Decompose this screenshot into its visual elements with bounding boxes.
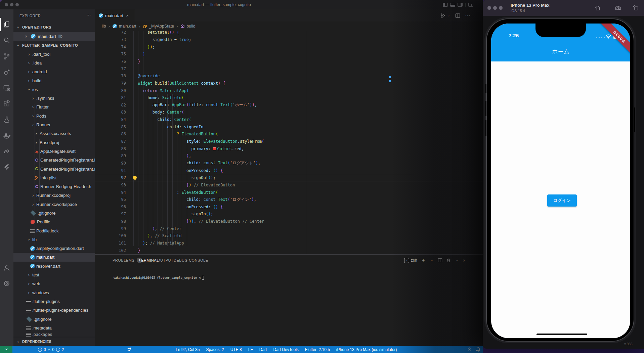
tree-item-Assetsxcassets[interactable]: ›Assets.xcassets bbox=[13, 129, 95, 138]
new-terminal-icon[interactable]: ＋ bbox=[421, 257, 426, 263]
activity-run-debug-icon[interactable] bbox=[0, 65, 13, 79]
toggle-sidebar-icon[interactable] bbox=[443, 3, 448, 7]
status-iphone-13-pro-max-ios-si[interactable]: iPhone 13 Pro Max (ios simulator) bbox=[336, 347, 397, 352]
dependencies-section[interactable]: › DEPENDENCIES bbox=[13, 337, 95, 346]
workspace-section[interactable]: › FLUTTER_SAMPLE_COGNITO bbox=[13, 41, 95, 50]
tree-item-android[interactable]: ›android bbox=[13, 68, 95, 76]
tree-item-packages[interactable]: .packages bbox=[13, 333, 95, 337]
tree-item-flutter-plugins-dependencies[interactable]: .flutter-plugins-dependencies bbox=[13, 306, 95, 315]
activity-account-icon[interactable] bbox=[0, 261, 13, 275]
lightbulb-icon[interactable] bbox=[133, 176, 137, 179]
feedback-icon[interactable] bbox=[467, 347, 472, 352]
tree-item-build[interactable]: ›build bbox=[13, 76, 95, 85]
panel-tab-terminal[interactable]: TERMINAL bbox=[139, 255, 159, 266]
activity-live-share-icon[interactable] bbox=[0, 145, 13, 158]
traffic-minimize-button[interactable] bbox=[10, 3, 13, 6]
problems-summary[interactable]: × 0 △ 0 i 2 bbox=[38, 346, 64, 353]
activity-remote-explorer-icon[interactable] bbox=[0, 81, 13, 95]
chevron-down-icon[interactable]: › bbox=[430, 259, 434, 263]
tree-item-Pods[interactable]: ›Pods bbox=[13, 112, 95, 120]
tab-main-dart[interactable]: main.dart × bbox=[95, 9, 135, 21]
tree-item-ios[interactable]: ›ios bbox=[13, 85, 95, 94]
traffic-close-button[interactable] bbox=[5, 3, 8, 6]
tree-item-test[interactable]: ›test bbox=[13, 270, 95, 279]
activity-explorer-icon[interactable] bbox=[0, 18, 13, 31]
tree-item-Podfilelock[interactable]: Podfile.lock bbox=[13, 226, 95, 235]
tree-item-idea[interactable]: ›.idea bbox=[13, 58, 95, 67]
split-editor-icon[interactable] bbox=[455, 13, 460, 18]
status-dart[interactable]: Dart bbox=[259, 347, 267, 352]
open-editor-main-dart[interactable]: × main.dart lib bbox=[13, 32, 95, 41]
panel-tab-debug-console[interactable]: DEBUG CONSOLE bbox=[174, 255, 208, 266]
activity-flutter-icon[interactable] bbox=[0, 161, 13, 174]
terminal[interactable]: takahashi.yudai@HL00405 flutter_sample_c… bbox=[113, 276, 204, 280]
breadcrumb-item-_MyAppState[interactable]: _MyAppState bbox=[143, 24, 174, 29]
tree-item-Flutter[interactable]: ›Flutter bbox=[13, 103, 95, 112]
tree-item-flutter-plugins[interactable]: .flutter-plugins bbox=[13, 297, 95, 306]
status-flutter-2-10-5[interactable]: Flutter: 2.10.5 bbox=[305, 347, 330, 352]
status-dart-devtools[interactable]: Dart DevTools bbox=[273, 347, 298, 352]
close-icon[interactable]: × bbox=[25, 34, 28, 39]
status-utf-8[interactable]: UTF-8 bbox=[230, 347, 242, 352]
open-editors-section[interactable]: › OPEN EDITORS bbox=[13, 22, 95, 32]
customize-layout-icon[interactable] bbox=[468, 3, 473, 7]
activity-extensions-icon[interactable] bbox=[0, 97, 13, 111]
tree-item-lib[interactable]: ›lib bbox=[13, 235, 95, 244]
activity-settings-icon[interactable] bbox=[0, 277, 13, 290]
screenshot-camera-icon[interactable] bbox=[614, 4, 621, 11]
tree-item-Runner-Bridging-Headerh[interactable]: CRunner-Bridging-Header.h bbox=[13, 182, 95, 191]
panel-tab-problems[interactable]: PROBLEMS2 bbox=[113, 255, 142, 266]
traffic-zoom-button[interactable] bbox=[15, 3, 19, 6]
traffic-zoom-button[interactable] bbox=[499, 6, 503, 10]
traffic-minimize-button[interactable] bbox=[493, 6, 497, 10]
rotate-icon[interactable] bbox=[632, 4, 639, 11]
toggle-panel-icon[interactable] bbox=[450, 3, 455, 7]
home-indicator[interactable] bbox=[536, 334, 587, 335]
split-terminal-icon[interactable] bbox=[438, 258, 442, 263]
tree-item-web[interactable]: ›web bbox=[13, 279, 95, 288]
tree-item-resolverdart[interactable]: resolver.dart bbox=[13, 262, 95, 270]
tree-item-amplifyconfigurationdart[interactable]: amplifyconfiguration.dart bbox=[13, 244, 95, 253]
close-panel-icon[interactable]: × bbox=[463, 258, 466, 263]
flutter-debug-icon[interactable] bbox=[127, 347, 132, 352]
breadcrumb-item-build[interactable]: build bbox=[180, 24, 195, 29]
tree-item-Runnerxcworkspace[interactable]: ›Runner.xcworkspace bbox=[13, 200, 95, 209]
tree-item-Infoplist[interactable]: Info.plist bbox=[13, 173, 95, 182]
code-editor[interactable]: 72 setState(() {73 signedIn = true;74 })… bbox=[95, 29, 483, 254]
kill-terminal-icon[interactable] bbox=[446, 258, 451, 263]
tree-item-GeneratedPluginRegistranth[interactable]: CGeneratedPluginRegistrant.h bbox=[13, 156, 95, 165]
tree-item-AppDelegateswift[interactable]: AppDelegate.swift bbox=[13, 147, 95, 156]
run-debug-icon[interactable]: › bbox=[440, 13, 450, 18]
home-icon[interactable] bbox=[594, 4, 601, 11]
tree-item-metadata[interactable]: .metadata bbox=[13, 323, 95, 332]
panel-tab-output[interactable]: OUTPUT bbox=[157, 255, 173, 266]
more-actions-icon[interactable]: ⋯ bbox=[465, 12, 471, 19]
tree-item-Baselproj[interactable]: ›Base.lproj bbox=[13, 138, 95, 147]
tree-item-dart_tool[interactable]: ›.dart_tool bbox=[13, 50, 95, 58]
tree-item-GeneratedPluginRegistrantm[interactable]: CGeneratedPluginRegistrant.m bbox=[13, 165, 95, 173]
status-ln-92-col-35[interactable]: Ln 92, Col 35 bbox=[176, 347, 200, 352]
activity-testing-icon[interactable] bbox=[0, 113, 13, 126]
shell-selector[interactable]: › zsh bbox=[404, 258, 417, 263]
breadcrumb-item-main.dart[interactable]: main.dart bbox=[113, 24, 136, 29]
tree-item-Runner[interactable]: ›Runner bbox=[13, 120, 95, 129]
activity-search-icon[interactable] bbox=[0, 34, 13, 47]
login-button[interactable]: ログイン bbox=[547, 194, 577, 207]
tab-close-icon[interactable]: × bbox=[126, 13, 129, 18]
activity-source-control-icon[interactable] bbox=[0, 50, 13, 63]
tree-item-gitignore[interactable]: .gitignore bbox=[13, 315, 95, 323]
maximize-panel-icon[interactable]: › bbox=[454, 259, 459, 263]
tree-item-gitignore[interactable]: .gitignore bbox=[13, 209, 95, 217]
tree-item-Runnerxcodeproj[interactable]: ›Runner.xcodeproj bbox=[13, 191, 95, 200]
activity-docker-icon[interactable] bbox=[0, 129, 13, 142]
toggle-secondary-sidebar-icon[interactable] bbox=[458, 3, 463, 7]
tree-item-windows[interactable]: ›windows bbox=[13, 288, 95, 297]
traffic-close-button[interactable] bbox=[487, 6, 491, 10]
remote-indicator[interactable]: >< bbox=[0, 346, 12, 353]
explorer-more-icon[interactable]: ⋯ bbox=[86, 12, 91, 17]
status-lf[interactable]: LF bbox=[248, 347, 253, 352]
breadcrumb-item-lib[interactable]: lib bbox=[102, 24, 106, 29]
tree-item-maindart[interactable]: main.dart bbox=[13, 253, 95, 262]
tree-item-symlinks[interactable]: ›.symlinks bbox=[13, 94, 95, 102]
tree-item-Podfile[interactable]: Podfile bbox=[13, 218, 95, 226]
